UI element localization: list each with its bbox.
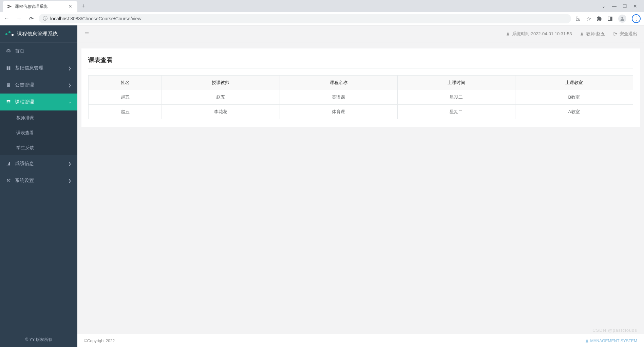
- menu-label: 课程管理: [15, 99, 65, 105]
- chart-bar-icon: [6, 161, 12, 166]
- menu-label: 基础信息管理: [15, 65, 65, 71]
- logout-label: 安全退出: [620, 31, 637, 37]
- table-row: 赵五 李花花 体育课 星期二 A教室: [89, 105, 633, 119]
- sidebar-item-course[interactable]: 课程管理 ⌄: [0, 94, 77, 110]
- url-path: /ChooseCourse/Course/view: [81, 16, 141, 21]
- main: 系统时间:2022-04-01 10:31:53 教师:赵五 安全退出: [77, 25, 644, 347]
- menu-label: 公告管理: [15, 82, 65, 88]
- url-box[interactable]: ⓘ localhost:8088/ChooseCourse/Course/vie…: [39, 14, 571, 23]
- sidebar-item-grades[interactable]: 成绩信息 ❯: [0, 155, 77, 172]
- menu-label: 首页: [15, 48, 71, 54]
- th-course: 课程名称: [280, 76, 397, 90]
- svg-point-4: [581, 33, 583, 34]
- footer-right-text: MANAGEMENT SYSTEM: [590, 339, 637, 343]
- user-icon: [585, 339, 589, 343]
- system-time: 系统时间:2022-04-01 10:31:53: [506, 31, 572, 37]
- th-time: 上课时间: [397, 76, 515, 90]
- svg-point-2: [621, 17, 623, 19]
- dashboard-icon: [6, 49, 12, 54]
- cell: A教室: [515, 105, 633, 119]
- submenu-item-teacher-schedule[interactable]: 教师排课: [0, 110, 77, 125]
- user-label: 教师:赵五: [586, 31, 605, 37]
- new-tab-button[interactable]: +: [77, 3, 89, 10]
- back-button[interactable]: ←: [3, 16, 10, 22]
- sidebar-item-announcement[interactable]: 公告管理 ❯: [0, 77, 77, 94]
- content: 课表查看 姓名 授课教师 课程名称 上课时间 上课教室 赵五: [77, 42, 644, 334]
- topbar: 系统时间:2022-04-01 10:31:53 教师:赵五 安全退出: [77, 25, 644, 42]
- submenu-item-student-feedback[interactable]: 学生反馈: [0, 140, 77, 155]
- tab-close-icon[interactable]: ×: [68, 3, 73, 9]
- submenu-item-view-schedule[interactable]: 课表查看: [0, 125, 77, 140]
- sidebar-menu: 首页 基础信息管理 ❯ 公告管理 ❯ 课程管理: [0, 42, 77, 332]
- share-icon[interactable]: [575, 16, 581, 22]
- cell: 星期二: [397, 105, 515, 119]
- tab-title: 课程信息管理系统: [15, 4, 65, 9]
- window-minimize-icon[interactable]: —: [612, 3, 617, 9]
- sidebar-item-home[interactable]: 首页: [0, 42, 77, 60]
- newspaper-icon: [6, 83, 12, 87]
- footer-left: ©Copyright 2022: [84, 339, 115, 343]
- schedule-table: 姓名 授课教师 课程名称 上课时间 上课教室 赵五 赵五 英语课 星期二: [88, 75, 633, 119]
- logout-icon: [613, 32, 618, 36]
- table-row: 赵五 赵五 英语课 星期二 B教室: [89, 90, 633, 105]
- cell: 赵五: [89, 105, 162, 119]
- sidebar-footer: © YY 版权所有: [0, 332, 77, 347]
- chevron-right-icon: ❯: [68, 83, 71, 87]
- logout-button[interactable]: 安全退出: [613, 31, 637, 37]
- cell: B教室: [515, 90, 633, 105]
- window-controls: ⌄ — ☐ ✕: [602, 3, 641, 9]
- user-icon: [506, 32, 510, 36]
- cell: 体育课: [280, 105, 397, 119]
- browser-chrome: 课程信息管理系统 × + ⌄ — ☐ ✕ ← → ⟳ ⓘ localhost:8…: [0, 0, 644, 25]
- th-name: 姓名: [89, 76, 162, 90]
- page-title: 课表查看: [88, 56, 633, 68]
- external-link-icon: [6, 178, 12, 183]
- cell: 星期二: [397, 90, 515, 105]
- nav-buttons: ← → ⟳: [3, 16, 35, 22]
- reload-button[interactable]: ⟳: [28, 16, 35, 22]
- th-room: 上课教室: [515, 76, 633, 90]
- toolbar-icons: ☆ ⋮: [575, 14, 641, 23]
- bookmark-icon[interactable]: ☆: [586, 16, 591, 22]
- tab-favicon-icon: [7, 4, 12, 9]
- sidebar-item-basic-info[interactable]: 基础信息管理 ❯: [0, 60, 77, 77]
- menu-label: 系统设置: [15, 178, 65, 184]
- cell: 李花花: [162, 105, 280, 119]
- url-host: localhost: [50, 16, 69, 21]
- logo-text: 课程信息管理系统: [17, 31, 58, 37]
- current-user[interactable]: 教师:赵五: [580, 31, 605, 37]
- svg-point-5: [586, 340, 588, 341]
- panel: 课表查看 姓名 授课教师 课程名称 上课时间 上课教室 赵五: [81, 48, 640, 127]
- profile-icon[interactable]: [618, 15, 626, 23]
- cell: 赵五: [89, 90, 162, 105]
- window-maximize-icon[interactable]: ☐: [623, 3, 627, 9]
- site-info-icon[interactable]: ⓘ: [43, 16, 48, 22]
- sidebar-item-settings[interactable]: 系统设置 ❯: [0, 172, 77, 189]
- hamburger-icon[interactable]: [84, 32, 90, 36]
- app-root: 课程信息管理系统 首页 基础信息管理 ❯ 公告管理 ❯: [0, 25, 644, 347]
- chevron-right-icon: ❯: [68, 179, 71, 183]
- system-time-label: 系统时间:2022-04-01 10:31:53: [512, 31, 572, 37]
- forward-button[interactable]: →: [16, 16, 22, 22]
- url-port: :8088: [69, 16, 81, 21]
- chevron-right-icon: ❯: [68, 162, 71, 166]
- submenu-course: 教师排课 课表查看 学生反馈: [0, 110, 77, 155]
- topbar-right: 系统时间:2022-04-01 10:31:53 教师:赵五 安全退出: [506, 31, 637, 37]
- footer-right: MANAGEMENT SYSTEM: [585, 339, 637, 343]
- side-panel-icon[interactable]: [607, 16, 613, 21]
- window-close-icon[interactable]: ✕: [633, 3, 637, 9]
- logo[interactable]: 课程信息管理系统: [0, 25, 77, 42]
- extensions-icon[interactable]: [596, 16, 602, 21]
- sidebar: 课程信息管理系统 首页 基础信息管理 ❯ 公告管理 ❯: [0, 25, 77, 347]
- table-icon: [6, 100, 12, 104]
- tab-bar: 课程信息管理系统 × + ⌄ — ☐ ✕: [0, 0, 644, 12]
- columns-icon: [6, 66, 12, 70]
- tabs-dropdown-icon[interactable]: ⌄: [602, 3, 606, 9]
- svg-point-3: [507, 33, 509, 34]
- browser-tab[interactable]: 课程信息管理系统 ×: [3, 1, 77, 12]
- cell: 赵五: [162, 90, 280, 105]
- chevron-right-icon: ❯: [68, 66, 71, 70]
- svg-rect-1: [610, 17, 612, 21]
- watermark: CSDN @pastclouds: [592, 328, 637, 333]
- browser-menu-icon[interactable]: ⋮: [632, 14, 641, 23]
